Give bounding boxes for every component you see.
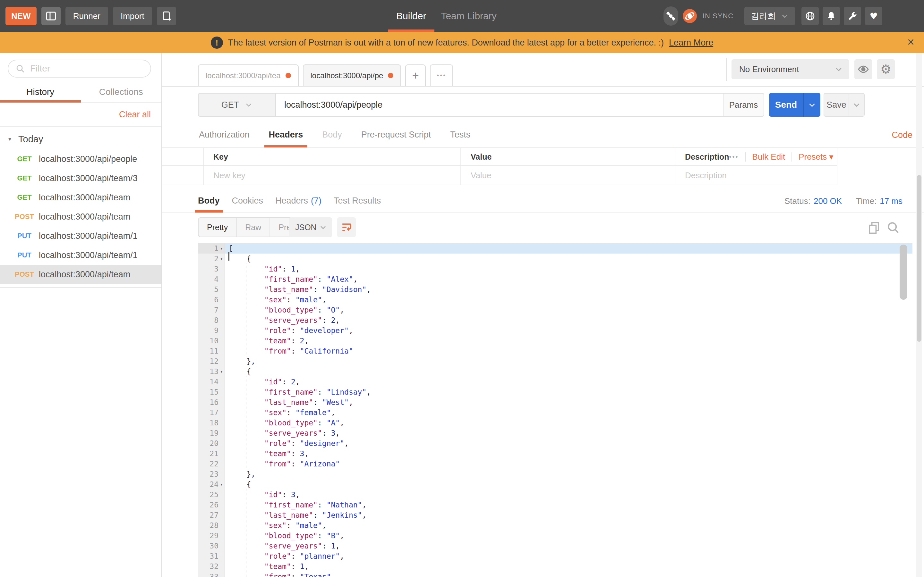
column-header-value: Value	[471, 152, 491, 161]
chevron-down-icon	[781, 12, 788, 20]
workspace-tab[interactable]: localhost:3000/api/pe	[303, 64, 401, 87]
code-gutter: 17▾	[198, 408, 225, 418]
environment-select[interactable]: No Environment	[732, 59, 849, 79]
sync-status-icon[interactable]	[682, 8, 698, 24]
search-response-button[interactable]	[886, 221, 900, 235]
history-item[interactable]: PUTlocalhost:3000/api/team/1	[0, 245, 162, 265]
save-button[interactable]: Save	[824, 93, 865, 117]
update-banner: ! The latest version of Postman is out w…	[0, 32, 924, 53]
filter-input[interactable]	[30, 63, 136, 74]
environment-settings-button[interactable]: ⚙	[877, 59, 895, 79]
line-number: 25	[210, 490, 218, 500]
user-menu[interactable]: 김라희	[744, 7, 795, 25]
new-description-input[interactable]	[685, 171, 822, 181]
learn-more-link[interactable]: Learn More	[669, 38, 713, 48]
response-body-viewer[interactable]: 1▾[2▾ {3▾ "id": 1,4▾ "first_name": "Alex…	[198, 242, 913, 577]
request-tab-tests[interactable]: Tests	[450, 122, 470, 147]
save-options-caret[interactable]	[849, 93, 864, 116]
history-item[interactable]: GETlocalhost:3000/api/team/3	[0, 169, 162, 188]
language-select[interactable]: JSON	[289, 218, 332, 237]
send-label: Send	[769, 93, 803, 117]
response-tab-body[interactable]: Body	[198, 189, 220, 213]
request-url-row: GET Params Send Save	[162, 93, 924, 117]
proxy-button[interactable]	[664, 6, 678, 26]
tab-collections[interactable]: Collections	[81, 82, 162, 102]
more-tabs-button[interactable]: •••	[430, 64, 453, 87]
request-tab-body[interactable]: Body	[322, 122, 342, 147]
status-value: 200 OK	[814, 196, 842, 206]
fold-toggle-icon[interactable]: ▾	[218, 479, 225, 490]
view-mode-pretty[interactable]: Pretty	[199, 218, 236, 237]
bulk-edit-link[interactable]: Bulk Edit	[752, 152, 785, 162]
tab-history[interactable]: History	[0, 82, 81, 102]
more-options-icon[interactable]: •••	[729, 153, 739, 161]
line-number: 28	[210, 520, 218, 530]
globe-icon	[805, 11, 815, 21]
language-label: JSON	[295, 223, 317, 232]
copy-response-button[interactable]	[867, 221, 881, 235]
code-link[interactable]: Code	[892, 122, 913, 148]
new-button[interactable]: NEW	[5, 7, 37, 25]
settings-button[interactable]	[844, 7, 861, 25]
history-item[interactable]: GETlocalhost:3000/api/team	[0, 188, 162, 207]
new-window-button[interactable]	[157, 7, 176, 25]
new-key-input[interactable]	[213, 171, 436, 181]
url-input[interactable]	[276, 93, 724, 117]
history-item[interactable]: GETlocalhost:3000/api/people	[0, 149, 162, 169]
method-select[interactable]: GET	[198, 93, 276, 117]
postman-app: NEW Runner Import Builder Team L	[0, 0, 924, 577]
view-mode-raw[interactable]: Raw	[236, 218, 270, 237]
favorites-button[interactable]: ♥	[865, 7, 882, 25]
code-line: 28▾ "sex": "male",	[198, 520, 913, 530]
code-content: "from": "Texas"	[225, 572, 913, 577]
fold-toggle-icon[interactable]: ▾	[218, 253, 225, 264]
clear-all-link[interactable]: Clear all	[119, 110, 151, 119]
fold-toggle-icon[interactable]: ▾	[218, 243, 225, 253]
history-item[interactable]: POSTlocalhost:3000/api/team	[0, 207, 162, 226]
response-tab-headers[interactable]: Headers(7)	[275, 189, 321, 213]
banner-close-icon[interactable]: ×	[907, 36, 914, 48]
presets-dropdown[interactable]: Presets ▾	[798, 152, 833, 162]
window-scrollbar-thumb[interactable]	[917, 175, 921, 342]
tab-builder[interactable]: Builder	[396, 0, 426, 32]
code-gutter: 3▾	[198, 264, 225, 274]
top-bar-center: Builder Team Library	[396, 0, 497, 32]
window-scrollbar[interactable]	[916, 53, 922, 577]
send-button[interactable]: Send	[769, 93, 821, 117]
notifications-button[interactable]	[822, 7, 840, 25]
request-tab-pre-request-script[interactable]: Pre-request Script	[361, 122, 431, 147]
fold-toggle-icon[interactable]: ▾	[218, 366, 225, 377]
response-tab-test-results[interactable]: Test Results	[334, 189, 381, 213]
sidebar-toggle-button[interactable]	[41, 7, 61, 25]
request-method-badge: POST	[14, 213, 35, 221]
code-content: {	[225, 479, 913, 490]
history-group-today[interactable]: ▾ Today	[0, 129, 162, 149]
environment-quicklook-button[interactable]	[855, 59, 872, 79]
history-item[interactable]: PUTlocalhost:3000/api/team/1	[0, 226, 162, 245]
request-tab-headers[interactable]: Headers	[269, 122, 303, 147]
params-button[interactable]: Params	[724, 93, 764, 117]
drag-handle-cell[interactable]	[162, 166, 204, 185]
line-number: 20	[210, 438, 218, 448]
send-options-caret[interactable]	[803, 93, 821, 117]
history-item[interactable]: POSTlocalhost:3000/api/team	[0, 265, 162, 284]
add-tab-button[interactable]: +	[405, 64, 426, 87]
code-content: "role": "designer",	[225, 438, 913, 448]
new-value-input[interactable]	[471, 171, 654, 181]
line-number: 10	[210, 335, 218, 346]
environment-label: No Environment	[739, 64, 799, 74]
wrap-text-button[interactable]	[337, 218, 356, 237]
runner-button[interactable]: Runner	[65, 7, 108, 25]
community-button[interactable]	[801, 7, 819, 25]
code-gutter: 14▾	[198, 377, 225, 387]
request-tab-authorization[interactable]: Authorization	[199, 122, 250, 147]
response-tab-cookies[interactable]: Cookies	[232, 189, 263, 213]
import-button[interactable]: Import	[113, 7, 152, 25]
request-method-badge: GET	[14, 155, 35, 163]
tab-team-library[interactable]: Team Library	[441, 0, 496, 32]
code-scrollbar-thumb[interactable]	[900, 245, 907, 300]
drag-handle-column	[162, 148, 204, 165]
line-number: 31	[210, 551, 218, 561]
workspace-tab[interactable]: localhost:3000/api/tea	[198, 64, 299, 87]
user-name: 김라희	[751, 11, 776, 22]
